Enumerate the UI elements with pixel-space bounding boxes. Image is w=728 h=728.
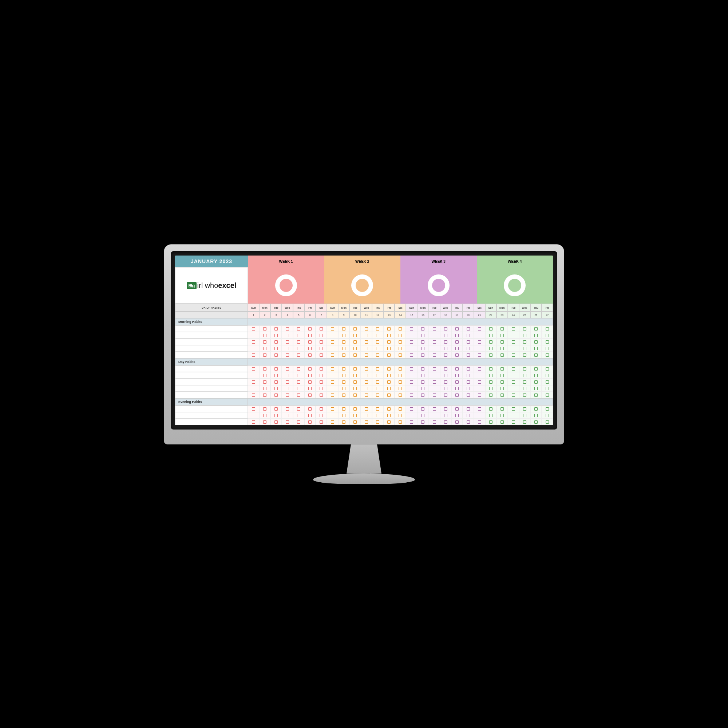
checkbox-cell[interactable]	[451, 332, 463, 338]
checkbox-cell[interactable]	[271, 379, 282, 385]
checkbox-cell[interactable]	[304, 379, 316, 385]
checkbox-cell[interactable]	[395, 379, 406, 385]
checkbox-cell[interactable]	[259, 352, 271, 358]
checkbox-cell[interactable]	[248, 385, 259, 392]
checkbox-cell[interactable]	[327, 326, 338, 332]
checkbox-cell[interactable]	[293, 392, 304, 398]
checkbox-cell[interactable]	[349, 392, 361, 398]
checkbox-cell[interactable]	[259, 372, 271, 379]
checkbox-cell[interactable]	[282, 419, 293, 425]
checkbox-cell[interactable]	[406, 405, 417, 412]
checkbox-cell[interactable]	[327, 412, 338, 419]
checkbox-cell[interactable]	[327, 345, 338, 352]
checkbox-cell[interactable]	[248, 412, 259, 419]
checkbox-cell[interactable]	[395, 392, 406, 398]
checkbox-cell[interactable]	[440, 372, 451, 379]
checkbox-cell[interactable]	[463, 332, 474, 338]
checkbox-cell[interactable]	[440, 366, 451, 372]
checkbox-cell[interactable]	[497, 326, 508, 332]
checkbox-cell[interactable]	[485, 326, 497, 332]
checkbox-cell[interactable]	[417, 352, 428, 358]
checkbox-cell[interactable]	[417, 412, 428, 419]
checkbox-cell[interactable]	[451, 412, 463, 419]
checkbox-cell[interactable]	[349, 412, 361, 419]
checkbox-cell[interactable]	[361, 332, 372, 338]
checkbox-cell[interactable]	[519, 412, 530, 419]
checkbox-cell[interactable]	[530, 392, 541, 398]
checkbox-cell[interactable]	[530, 366, 541, 372]
checkbox-cell[interactable]	[440, 405, 451, 412]
checkbox-cell[interactable]	[361, 419, 372, 425]
checkbox-cell[interactable]	[541, 412, 553, 419]
checkbox-cell[interactable]	[259, 412, 271, 419]
checkbox-cell[interactable]	[349, 405, 361, 412]
checkbox-cell[interactable]	[383, 412, 395, 419]
checkbox-cell[interactable]	[293, 412, 304, 419]
checkbox-cell[interactable]	[395, 412, 406, 419]
checkbox-cell[interactable]	[271, 366, 282, 372]
checkbox-cell[interactable]	[485, 366, 497, 372]
checkbox-cell[interactable]	[395, 352, 406, 358]
checkbox-cell[interactable]	[429, 405, 440, 412]
checkbox-cell[interactable]	[316, 412, 327, 419]
checkbox-cell[interactable]	[440, 332, 451, 338]
checkbox-cell[interactable]	[304, 419, 316, 425]
checkbox-cell[interactable]	[451, 372, 463, 379]
checkbox-cell[interactable]	[541, 419, 553, 425]
checkbox-cell[interactable]	[485, 385, 497, 392]
checkbox-cell[interactable]	[474, 326, 485, 332]
checkbox-cell[interactable]	[383, 366, 395, 372]
checkbox-cell[interactable]	[406, 412, 417, 419]
checkbox-cell[interactable]	[372, 392, 383, 398]
checkbox-cell[interactable]	[429, 332, 440, 338]
checkbox-cell[interactable]	[474, 345, 485, 352]
checkbox-cell[interactable]	[304, 345, 316, 352]
checkbox-cell[interactable]	[271, 326, 282, 332]
checkbox-cell[interactable]	[429, 412, 440, 419]
checkbox-cell[interactable]	[451, 352, 463, 358]
checkbox-cell[interactable]	[372, 345, 383, 352]
checkbox-cell[interactable]	[474, 366, 485, 372]
checkbox-cell[interactable]	[474, 392, 485, 398]
checkbox-cell[interactable]	[395, 332, 406, 338]
checkbox-cell[interactable]	[304, 385, 316, 392]
checkbox-cell[interactable]	[497, 372, 508, 379]
checkbox-cell[interactable]	[429, 326, 440, 332]
checkbox-cell[interactable]	[474, 338, 485, 345]
checkbox-cell[interactable]	[463, 326, 474, 332]
checkbox-cell[interactable]	[497, 366, 508, 372]
checkbox-cell[interactable]	[440, 352, 451, 358]
checkbox-cell[interactable]	[372, 419, 383, 425]
checkbox-cell[interactable]	[541, 345, 553, 352]
checkbox-cell[interactable]	[338, 385, 349, 392]
checkbox-cell[interactable]	[395, 345, 406, 352]
checkbox-cell[interactable]	[497, 392, 508, 398]
checkbox-cell[interactable]	[293, 379, 304, 385]
checkbox-cell[interactable]	[463, 385, 474, 392]
checkbox-cell[interactable]	[463, 338, 474, 345]
checkbox-cell[interactable]	[316, 366, 327, 372]
checkbox-cell[interactable]	[327, 379, 338, 385]
checkbox-cell[interactable]	[474, 379, 485, 385]
checkbox-cell[interactable]	[271, 345, 282, 352]
checkbox-cell[interactable]	[541, 379, 553, 385]
checkbox-cell[interactable]	[316, 385, 327, 392]
checkbox-cell[interactable]	[383, 392, 395, 398]
checkbox-cell[interactable]	[372, 379, 383, 385]
checkbox-cell[interactable]	[429, 419, 440, 425]
checkbox-cell[interactable]	[349, 338, 361, 345]
checkbox-cell[interactable]	[282, 385, 293, 392]
checkbox-cell[interactable]	[429, 385, 440, 392]
checkbox-cell[interactable]	[304, 366, 316, 372]
checkbox-cell[interactable]	[519, 379, 530, 385]
checkbox-cell[interactable]	[293, 352, 304, 358]
checkbox-cell[interactable]	[293, 332, 304, 338]
checkbox-cell[interactable]	[271, 332, 282, 338]
checkbox-cell[interactable]	[259, 326, 271, 332]
checkbox-cell[interactable]	[508, 412, 519, 419]
checkbox-cell[interactable]	[259, 332, 271, 338]
checkbox-cell[interactable]	[316, 419, 327, 425]
checkbox-cell[interactable]	[429, 338, 440, 345]
checkbox-cell[interactable]	[519, 366, 530, 372]
checkbox-cell[interactable]	[440, 385, 451, 392]
